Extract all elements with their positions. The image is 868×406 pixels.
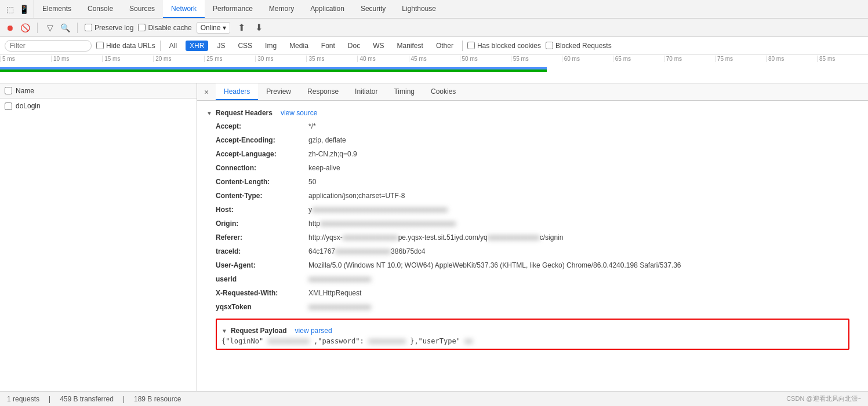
header-row-x-requested-with: X-Requested-With: XMLHttpRequest (206, 286, 859, 300)
filter-other[interactable]: Other (432, 41, 457, 51)
filter-bar: Hide data URLs All XHR JS CSS Img Media … (0, 37, 868, 54)
tab-console[interactable]: Console (79, 0, 121, 18)
import-btn[interactable]: ⬆ (235, 21, 248, 34)
header-value-referer-end: c/signin (540, 232, 564, 243)
hide-data-urls-checkbox[interactable]: Hide data URLs (96, 42, 155, 50)
header-row-connection: Connection: keep-alive (206, 161, 859, 175)
filter-img[interactable]: Img (261, 41, 281, 51)
timeline-tick: 10 ms (51, 56, 102, 62)
row-checkbox[interactable] (5, 103, 12, 110)
filter-css[interactable]: CSS (234, 41, 256, 51)
tab-memory[interactable]: Memory (261, 0, 302, 18)
filter-all[interactable]: All (165, 41, 181, 51)
network-toolbar: ⏺ 🚫 ▽ 🔍 Preserve log Disable cache Onlin… (0, 19, 868, 37)
filter-js[interactable]: JS (213, 41, 229, 51)
timeline-bar-container (0, 67, 868, 72)
payload-arrow-icon: ▼ (221, 328, 227, 334)
filter-doc[interactable]: Doc (344, 41, 364, 51)
timeline-tick: 25 ms (204, 56, 255, 62)
header-value-referer-start: http://yqsx- (308, 232, 343, 243)
tab-timing[interactable]: Timing (386, 83, 423, 100)
header-value-content-type: application/json;charset=UTF-8 (308, 191, 405, 201)
timeline-tick: 75 ms (715, 56, 766, 62)
filter-input[interactable] (5, 40, 92, 52)
request-headers-section: ▼ Request Headers view source (206, 105, 859, 119)
tab-performance[interactable]: Performance (205, 0, 261, 18)
blocked-requests-input[interactable] (546, 42, 553, 49)
timeline-tick: 80 ms (766, 56, 817, 62)
header-value-origin-blurred: xxxxxxxxxxxxxxxxxxxxxxxxxxxxxxxxxxxxxxx (320, 218, 456, 229)
header-row-userid: userId xxxxxxxxxxxxxxxxxx (206, 272, 859, 286)
throttle-select[interactable]: Online ▾ (197, 22, 231, 34)
header-value-accept-encoding: gzip, deflate (308, 135, 346, 145)
filter-font[interactable]: Font (317, 41, 339, 51)
header-value-accept: */* (308, 121, 316, 131)
tab-lighthouse[interactable]: Lighthouse (394, 0, 444, 18)
header-value-user-agent: Mozilla/5.0 (Windows NT 10.0; WOW64) App… (308, 260, 681, 270)
search-icon[interactable]: 🔍 (60, 23, 70, 33)
blocked-requests-checkbox[interactable]: Blocked Requests (546, 42, 612, 50)
tab-headers[interactable]: Headers (216, 83, 258, 100)
has-blocked-cookies-input[interactable] (467, 42, 475, 49)
detail-tab-bar: × Headers Preview Response Initiator Tim… (197, 83, 868, 101)
timeline-ruler: 5 ms10 ms15 ms20 ms25 ms30 ms35 ms40 ms4… (0, 54, 868, 66)
disable-cache-checkbox[interactable]: Disable cache (138, 24, 191, 32)
tab-sources[interactable]: Sources (121, 0, 163, 18)
header-row-accept: Accept: */* (206, 119, 859, 133)
tab-security[interactable]: Security (353, 0, 394, 18)
filter-media[interactable]: Media (285, 41, 313, 51)
view-source-link[interactable]: view source (281, 109, 317, 117)
header-value-traceid-start: 64c1767 (308, 246, 335, 257)
header-name-accept: Accept: (216, 121, 308, 131)
timeline-tick: 45 ms (409, 56, 460, 62)
header-row-yqsxtoken: yqsxToken xxxxxxxxxxxxxxxxxx (206, 300, 859, 314)
filter-ws[interactable]: WS (369, 41, 388, 51)
timeline-tick: 55 ms (511, 56, 562, 62)
arrow-icon: ▼ (206, 110, 212, 116)
header-name-content-type: Content-Type: (216, 191, 308, 201)
table-row[interactable]: doLogin (0, 98, 197, 114)
header-row-referer: Referer: http://yqsx- xxxxxxxxxxxxxxxx p… (206, 231, 859, 244)
filter-icon[interactable]: ▽ (45, 23, 55, 33)
tab-cookies[interactable]: Cookies (423, 83, 464, 100)
clear-icon[interactable]: 🚫 (20, 23, 30, 33)
tab-initiator[interactable]: Initiator (347, 83, 386, 100)
hide-data-urls-input[interactable] (96, 42, 104, 49)
payload-blurred-1: xxxxxxxxxx (267, 337, 309, 345)
header-value-traceid-end: 386b75dc4 (391, 246, 425, 257)
tab-response[interactable]: Response (299, 83, 347, 100)
tab-preview[interactable]: Preview (258, 83, 299, 100)
tab-network[interactable]: Network (163, 0, 205, 18)
preserve-log-checkbox[interactable]: Preserve log (85, 24, 133, 32)
header-name-host: Host: (216, 204, 308, 215)
close-icon[interactable]: × (199, 85, 213, 99)
preserve-log-input[interactable] (85, 24, 92, 31)
timeline-tick: 35 ms (306, 56, 357, 62)
record-icon[interactable]: ⏺ (5, 23, 15, 33)
disable-cache-input[interactable] (138, 24, 146, 31)
filter-manifest[interactable]: Manifest (393, 41, 427, 51)
dock-icon[interactable]: ⬚ (5, 4, 15, 14)
mobile-icon[interactable]: 📱 (19, 4, 29, 14)
tab-application[interactable]: Application (302, 0, 353, 18)
view-parsed-link[interactable]: view parsed (295, 327, 332, 335)
filter-xhr[interactable]: XHR (186, 41, 208, 51)
request-payload-section: ▼ Request Payload view parsed {"loginNo"… (216, 319, 849, 350)
blocked-requests-label: Blocked Requests (555, 42, 612, 50)
timeline-tick: 65 ms (613, 56, 664, 62)
timeline: 5 ms10 ms15 ms20 ms25 ms30 ms35 ms40 ms4… (0, 54, 868, 83)
export-btn[interactable]: ⬇ (252, 21, 265, 34)
main-area: Name doLogin × Headers Preview Response … (0, 83, 868, 391)
header-name-user-agent: User-Agent: (216, 260, 308, 270)
header-row-host: Host: y xxxxxxxxxxxxxxxxxxxxxxxxxxxxxxxx… (206, 203, 859, 217)
timeline-tick: 60 ms (562, 56, 613, 62)
name-column-header: Name (16, 87, 34, 95)
column-header: Name (0, 83, 197, 98)
select-all-checkbox[interactable] (5, 87, 12, 94)
tab-bar: ⬚ 📱 Elements Console Sources Network Per… (0, 0, 868, 19)
tab-elements[interactable]: Elements (34, 0, 79, 18)
timeline-tick: 5 ms (0, 56, 51, 62)
header-name-connection: Connection: (216, 163, 308, 173)
has-blocked-cookies-checkbox[interactable]: Has blocked cookies (467, 42, 541, 50)
header-name-origin: Origin: (216, 218, 308, 229)
